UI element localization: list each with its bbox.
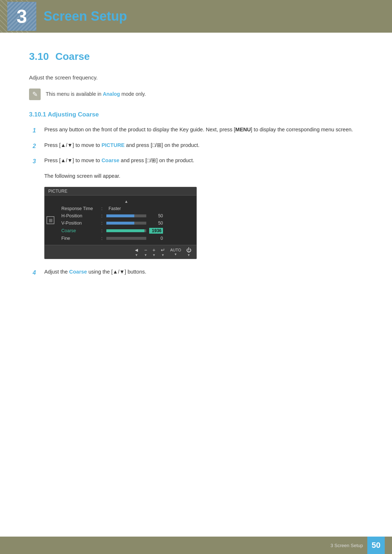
section-heading: 3.10 Coarse [29, 51, 363, 62]
menu-label-fine: Fine [61, 236, 101, 241]
monitor-menu-content: ▲ Response Time : Faster H-Position : [56, 196, 196, 245]
ctrl-auto: AUTO ▼ [170, 248, 181, 256]
header-title: Screen Setup [44, 9, 127, 24]
ctrl-left: ◄ ▼ [134, 247, 139, 257]
ctrl-enter: ↵ ▼ [161, 247, 165, 257]
footer-page-number: 50 [367, 537, 385, 554]
menu-value-v: 50 [149, 221, 163, 226]
menu-label-response-time: Response Time [61, 206, 101, 211]
menu-bar-area-h: 50 [106, 213, 191, 218]
note-highlight: Analog [103, 91, 120, 97]
monitor-screenshot: PICTURE ▲ Response Time : Faster H-Posit [44, 187, 197, 259]
menu-bar-area-coarse: 1936 [106, 228, 191, 234]
ctrl-power: ⏻ ▼ [186, 247, 191, 257]
menu-bar-track-v [106, 222, 146, 225]
menu-bar-track-fine [106, 237, 146, 240]
monitor-side-icon [45, 196, 56, 245]
menu-bar-track-h [106, 214, 146, 217]
monitor-titlebar: PICTURE [45, 187, 196, 196]
menu-row-h-position: H-Position : 50 [61, 212, 191, 219]
menu-value-fine: 0 [149, 236, 163, 241]
step-4-text: Adjust the Coarse using the [▲/▼] button… [44, 268, 146, 276]
menu-label-v-position: V-Position [61, 221, 101, 226]
menu-row-coarse: Coarse : 1936 [61, 227, 191, 235]
menu-bar-track-coarse [106, 229, 146, 232]
step-2-text: Press [▲/▼] to move to PICTURE and press… [44, 141, 200, 149]
note-text: This menu is available in Analog mode on… [46, 89, 146, 98]
menu-bar-fill-coarse [106, 229, 144, 232]
menu-arrow-up: ▲ [61, 199, 191, 204]
footer-text: 3 Screen Setup [330, 543, 363, 548]
section-title: Coarse [56, 51, 90, 62]
menu-bar-fill-v [106, 222, 134, 225]
menu-value-response-time: Faster [109, 206, 121, 211]
menu-bar-fill-h [106, 214, 134, 217]
steps-list: 1 Press any button on the front of the p… [33, 126, 363, 278]
step-2: 2 Press [▲/▼] to move to PICTURE and pre… [33, 141, 363, 151]
chapter-number: 3 [7, 2, 36, 31]
note-text-after: mode only. [120, 91, 146, 97]
header-banner: 3 Screen Setup [0, 0, 392, 33]
subsection-heading: 3.10.1 Adjusting Coarse [29, 111, 363, 118]
footer: 3 Screen Setup 50 [0, 537, 392, 554]
menu-value-h: 50 [149, 213, 163, 218]
menu-label-h-position: H-Position [61, 213, 101, 218]
section-number: 3.10 [29, 51, 49, 62]
step-3: 3 Press [▲/▼] to move to Coarse and pres… [33, 156, 363, 166]
monitor-bottom-bar: ◄ ▼ − ▼ + ▼ ↵ ▼ AUTO ▼ [45, 245, 196, 259]
menu-row-fine: Fine : 0 [61, 235, 191, 242]
menu-value-coarse: 1936 [149, 228, 163, 234]
main-content: 3.10 Coarse Adjust the screen frequency.… [0, 33, 392, 312]
step-1: 1 Press any button on the front of the p… [33, 126, 363, 135]
ctrl-plus: + ▼ [152, 247, 156, 257]
menu-row-response-time: Response Time : Faster [61, 205, 191, 212]
step-4: 4 Adjust the Coarse using the [▲/▼] butt… [33, 268, 363, 278]
step-1-text: Press any button on the front of the pro… [44, 126, 353, 134]
subsection-number: 3.10.1 [29, 111, 46, 118]
step-3-note: The following screen will appear. [44, 172, 363, 180]
step-3-text: Press [▲/▼] to move to Coarse and press … [44, 156, 194, 165]
note-box: This menu is available in Analog mode on… [29, 89, 363, 100]
step-3-num: 3 [33, 157, 41, 166]
menu-bar-area-v: 50 [106, 221, 191, 226]
subsection-title: Adjusting Coarse [48, 111, 99, 118]
step-2-num: 2 [33, 141, 41, 151]
menu-label-coarse: Coarse [61, 228, 101, 233]
menu-row-v-position: V-Position : 50 [61, 219, 191, 227]
ctrl-minus: − ▼ [144, 247, 147, 257]
monitor-body: ▲ Response Time : Faster H-Position : [45, 196, 196, 245]
section-description: Adjust the screen frequency. [29, 73, 363, 82]
menu-bar-area-fine: 0 [106, 236, 191, 241]
step-4-num: 4 [33, 268, 41, 278]
monitor-icon-inner [46, 216, 54, 224]
note-text-before: This menu is available in [46, 91, 103, 97]
note-icon [29, 89, 41, 100]
step-1-num: 1 [33, 126, 41, 135]
